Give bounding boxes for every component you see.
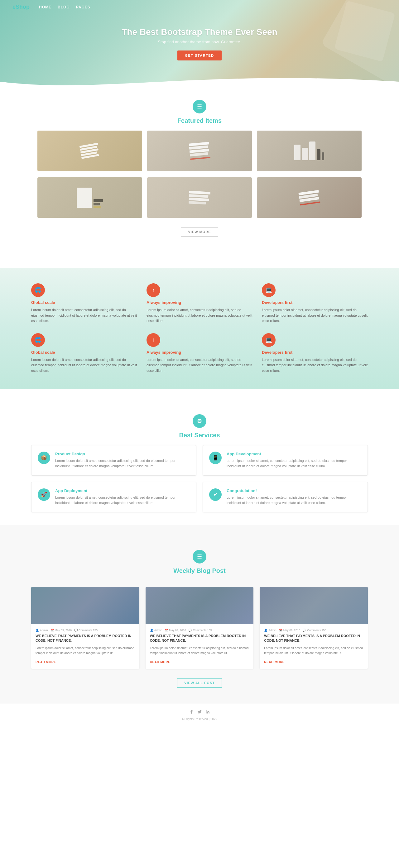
card-item — [189, 201, 206, 205]
service-icon-0: 📦 — [38, 452, 50, 464]
view-all-posts-button[interactable]: VIEW ALL POST — [177, 678, 222, 687]
feature-icon-2: 💻 — [262, 283, 276, 297]
service-card-0: 📦 Product Design Lorem ipsum dolor sit a… — [31, 445, 196, 475]
service-icon-2: 🚀 — [38, 488, 50, 501]
item-card-6-inner — [257, 177, 362, 218]
logo-main: Shop — [16, 4, 30, 10]
blog-meta-0: 👤 Admin 📅 May 09, 2016 💬 Comments 155 — [35, 629, 135, 632]
blog-card-0: 👤 Admin 📅 May 09, 2016 💬 Comments 155 WE… — [31, 587, 139, 669]
blog-comments-0: 💬 Comments 155 — [74, 629, 98, 632]
blog-body-1: 👤 Admin 📅 May 09, 2016 💬 Comments 155 WE… — [146, 624, 254, 669]
service-title-0: Product Design — [55, 452, 190, 456]
stat-item-2 — [94, 203, 100, 206]
stationery-mockup-2 — [77, 188, 103, 208]
svg-point-0 — [206, 710, 206, 711]
cards-mockup-2 — [189, 191, 210, 205]
item-card-6[interactable] — [257, 177, 362, 218]
feature-text-4: Lorem ipsum dolor sit amet, consectetur … — [147, 357, 252, 374]
blog-read-more-2[interactable]: READ MORE — [264, 660, 285, 664]
stat-card-4 — [317, 149, 320, 160]
social-twitter[interactable] — [197, 710, 202, 715]
feature-item-0: 🌐 Global scale Lorem ipsum dolor sit ame… — [31, 283, 137, 324]
blog-card-2: 👤 Admin 📅 May 09, 2016 💬 Comments 155 WE… — [260, 587, 368, 669]
hero-subtitle: Stop find another theme from now. Guaran… — [122, 39, 277, 44]
blog-author-0: 👤 Admin — [35, 629, 48, 632]
feature-text-5: Lorem ipsum dolor sit amet, consectetur … — [262, 357, 368, 374]
stat-card-3 — [309, 142, 315, 160]
view-more-button[interactable]: VIEW MORE — [181, 227, 218, 237]
blog-card-1: 👤 Admin 📅 May 09, 2016 💬 Comments 155 WE… — [146, 587, 254, 669]
item-card-4[interactable] — [37, 177, 142, 218]
blog-image-0 — [31, 587, 139, 624]
service-icon-3: ✔ — [209, 488, 222, 501]
stat-item-1 — [94, 199, 103, 202]
card-item — [189, 197, 209, 201]
blog-author-1: 👤 Admin — [150, 629, 162, 632]
feature-title-5: Developers first — [262, 350, 368, 355]
blog-comments-1: 💬 Comments 155 — [189, 629, 212, 632]
papers-mockup-1 — [80, 143, 100, 159]
blog-body-2: 👤 Admin 📅 May 09, 2016 💬 Comments 155 WE… — [260, 624, 368, 669]
social-facebook[interactable] — [189, 710, 193, 715]
feature-item-2: 💻 Developers first Lorem ipsum dolor sit… — [262, 283, 368, 324]
social-linkedin[interactable] — [206, 710, 210, 715]
site-logo[interactable]: eShop — [12, 4, 30, 10]
blog-author-2: 👤 Admin — [264, 629, 276, 632]
hero-wave — [0, 69, 399, 87]
service-title-2: App Deployment — [55, 488, 190, 493]
item-card-3[interactable] — [257, 131, 362, 171]
items-grid-top — [37, 131, 362, 171]
service-icon-1: 📱 — [209, 452, 222, 464]
feature-icon-4: ↑ — [147, 333, 160, 347]
nav-pages[interactable]: PAGES — [76, 5, 90, 9]
blog-read-more-1[interactable]: READ MORE — [150, 660, 171, 664]
blog-meta-2: 👤 Admin 📅 May 09, 2016 💬 Comments 155 — [264, 629, 364, 632]
stat-sheet-1 — [77, 188, 92, 208]
item-card-1[interactable] — [37, 131, 142, 171]
item-card-2[interactable] — [147, 131, 252, 171]
feature-text-2: Lorem ipsum dolor sit amet, consectetur … — [262, 307, 368, 324]
item-card-5-inner — [147, 177, 252, 218]
services-section: ⚙ Best Services 📦 Product Design Lorem i… — [0, 389, 399, 525]
service-content-2: App Deployment Lorem ipsum dolor sit ame… — [55, 488, 190, 506]
item-card-5[interactable] — [147, 177, 252, 218]
featured-section-icon: ☰ — [193, 100, 206, 114]
feature-icon-0: 🌐 — [31, 283, 45, 297]
blog-excerpt-1: Lorem ipsum dolor sit amet, consectetur … — [150, 646, 249, 656]
navbar: eShop HOME BLOG PAGES — [0, 0, 399, 14]
blog-grid: 👤 Admin 📅 May 09, 2016 💬 Comments 155 WE… — [31, 587, 368, 669]
stat-card-2 — [302, 148, 308, 160]
blog-headline-1: WE BELIEVE THAT PAYMENTS IS A PROBLEM RO… — [150, 633, 249, 643]
service-text-3: Lorem ipsum dolor sit amet, consectetur … — [226, 495, 361, 506]
features-grid: 🌐 Global scale Lorem ipsum dolor sit ame… — [31, 283, 368, 374]
item-card-1-inner — [37, 131, 142, 171]
nav-home[interactable]: HOME — [39, 5, 52, 9]
item-card-3-inner — [257, 131, 362, 171]
blog-excerpt-0: Lorem ipsum dolor sit amet, consectetur … — [35, 646, 135, 656]
feature-item-3: 🌐 Global scale Lorem ipsum dolor sit ame… — [31, 333, 137, 374]
service-card-1: 📱 App Development Lorem ipsum dolor sit … — [203, 445, 368, 475]
feature-icon-3: 🌐 — [31, 333, 45, 347]
hero-cta-button[interactable]: GET STARTED — [177, 51, 221, 60]
item-card-2-inner — [147, 131, 252, 171]
feature-item-4: ↑ Always improving Lorem ipsum dolor sit… — [147, 333, 252, 374]
blog-read-more-0[interactable]: READ MORE — [35, 660, 56, 664]
feature-item-5: 💻 Developers first Lorem ipsum dolor sit… — [262, 333, 368, 374]
services-header: ⚙ Best Services — [31, 402, 368, 445]
feature-title-0: Global scale — [31, 300, 137, 305]
stat-item-3 — [94, 206, 101, 208]
stat-card-5 — [322, 152, 324, 160]
feature-icon-1: ↑ — [147, 283, 160, 297]
feature-title-2: Developers first — [262, 300, 368, 305]
service-text-2: Lorem ipsum dolor sit amet, consectetur … — [55, 495, 190, 506]
feature-text-1: Lorem ipsum dolor sit amet, consectetur … — [147, 307, 252, 324]
blog-excerpt-2: Lorem ipsum dolor sit amet, consectetur … — [264, 646, 364, 656]
nav-blog[interactable]: BLOG — [58, 5, 70, 9]
blog-headline-2: WE BELIEVE THAT PAYMENTS IS A PROBLEM RO… — [264, 633, 364, 643]
blog-title: Weekly Blog Post — [31, 567, 368, 575]
blog-meta-1: 👤 Admin 📅 May 09, 2016 💬 Comments 155 — [150, 629, 249, 632]
featured-items-container: VIEW MORE — [0, 131, 399, 258]
blog-section: ☰ Weekly Blog Post 👤 Admin 📅 May 09, 201… — [0, 525, 399, 703]
view-all-posts-wrap: VIEW ALL POST — [31, 669, 368, 691]
featured-title: Featured Items — [0, 117, 399, 124]
